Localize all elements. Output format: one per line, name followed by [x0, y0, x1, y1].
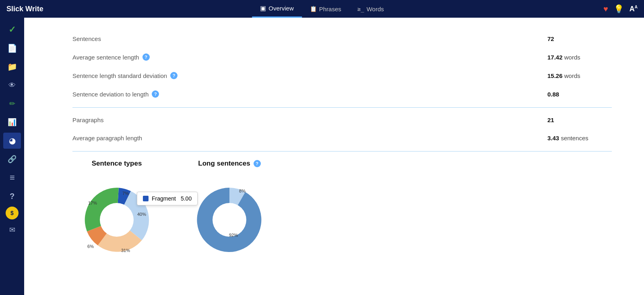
long-sentences-help-icon[interactable]: ?	[254, 160, 261, 167]
compound-label: 17%	[88, 201, 97, 205]
tooltip-color-swatch	[143, 196, 149, 201]
sidebar-item-dollar[interactable]: $	[6, 207, 19, 219]
std-dev-value: 15.26 words	[547, 72, 612, 79]
sidebar-item-link[interactable]: 🔗	[3, 151, 21, 167]
paragraphs-label: Paragraphs	[72, 117, 104, 123]
dev-ratio-value: 0.88	[547, 91, 612, 98]
paragraph-stats-section: Paragraphs 21 Average paragraph length 3…	[72, 111, 612, 147]
sidebar-item-eye[interactable]: 👁	[3, 77, 21, 93]
font-size-icon[interactable]: AA	[630, 5, 638, 13]
sidebar-item-chart-bar[interactable]: 📊	[3, 114, 21, 130]
dev-ratio-label: Sentence deviation to length ?	[72, 90, 159, 98]
tooltip-value: 5.00	[181, 195, 192, 202]
sidebar-item-list[interactable]: ≡	[3, 170, 21, 186]
sentences-value: 72	[547, 35, 612, 42]
long-sentences-chart: Long sentences ? 8% 92%	[185, 160, 274, 264]
phrases-tab-icon: 📋	[310, 6, 317, 12]
long-sentences-title: Long sentences ?	[198, 160, 260, 168]
avg-sentence-label: Average sentence length ?	[72, 53, 150, 61]
words-tab-label: Words	[367, 6, 384, 12]
top-nav: Slick Write ▣ Overview 📋 Phrases ≥_ Word…	[0, 0, 644, 18]
avg-sentence-help-icon[interactable]: ?	[142, 53, 150, 61]
long-donut-hole	[213, 203, 246, 237]
sentence-types-title: Sentence types	[92, 160, 142, 168]
avg-sentence-value: 17.42 words	[547, 54, 612, 61]
paragraphs-value: 21	[547, 117, 612, 123]
stat-row-paragraphs: Paragraphs 21	[72, 111, 612, 129]
std-dev-label: Sentence length standard deviation ?	[72, 72, 178, 79]
sentence-types-chart-wrapper: 7% 40% 31% 6% 17% Fragment 5.00	[72, 176, 161, 266]
avg-para-value: 3.43 sentences	[547, 135, 612, 141]
section-divider-2	[72, 151, 612, 152]
main-layout: ✓ 📄 📁 👁 ✏ 📊 ◕ 🔗 ≡ ? $ ✉ Sentences 72 Ave…	[0, 18, 644, 295]
sidebar-item-pencil[interactable]: ✏	[3, 96, 21, 112]
heart-icon[interactable]: ♥	[603, 4, 608, 14]
dev-ratio-help-icon[interactable]: ?	[152, 90, 159, 98]
nav-right-icons: ♥ 💡 AA	[603, 4, 638, 14]
stat-row-std-dev: Sentence length standard deviation ? 15.…	[72, 66, 612, 85]
stat-row-avg-sentence: Average sentence length ? 17.42 words	[72, 48, 612, 66]
sidebar-item-pie-chart[interactable]: ◕	[3, 133, 21, 149]
tab-phrases[interactable]: 📋 Phrases	[302, 0, 349, 18]
overview-tab-label: Overview	[268, 5, 294, 12]
nav-tabs: ▣ Overview 📋 Phrases ≥_ Words	[252, 0, 392, 18]
section-divider-1	[72, 107, 612, 108]
phrases-tab-label: Phrases	[319, 6, 341, 12]
sentence-types-donut: 7% 40% 31% 6% 17%	[72, 176, 161, 264]
sidebar-item-check[interactable]: ✓	[3, 22, 21, 38]
sentence-stats-section: Sentences 72 Average sentence length ? 1…	[72, 30, 612, 103]
stat-row-avg-para: Average paragraph length 3.43 sentences	[72, 129, 612, 147]
bulb-icon[interactable]: 💡	[614, 4, 624, 14]
sentence-types-chart: Sentence types	[72, 160, 161, 266]
sidebar-item-file[interactable]: 📄	[3, 40, 21, 56]
sidebar: ✓ 📄 📁 👁 ✏ 📊 ◕ 🔗 ≡ ? $ ✉	[0, 18, 24, 295]
sidebar-item-mail[interactable]: ✉	[3, 222, 21, 238]
sidebar-item-folder[interactable]: 📁	[3, 59, 21, 75]
tooltip-label: Fragment	[152, 195, 176, 202]
content-area: Sentences 72 Average sentence length ? 1…	[24, 18, 644, 295]
overview-tab-icon: ▣	[260, 4, 266, 12]
long-pct-label: 92%	[229, 233, 238, 238]
donut-hole	[100, 203, 134, 237]
sidebar-item-help[interactable]: ?	[3, 188, 21, 204]
tab-overview[interactable]: ▣ Overview	[252, 0, 302, 18]
words-tab-icon: ≥_	[357, 6, 364, 12]
simple-label: 40%	[137, 212, 146, 217]
complex-label: 31%	[121, 248, 130, 253]
charts-area: Sentence types	[72, 160, 612, 266]
std-dev-help-icon[interactable]: ?	[170, 72, 178, 79]
brand-name: Slick Write	[6, 5, 43, 13]
tab-words[interactable]: ≥_ Words	[349, 0, 392, 18]
other-label: 6%	[87, 244, 94, 249]
short-pct-label: 8%	[239, 188, 246, 193]
stat-row-dev-ratio: Sentence deviation to length ? 0.88	[72, 85, 612, 103]
long-sentences-donut: 8% 92%	[185, 176, 274, 264]
stat-row-sentences: Sentences 72	[72, 30, 612, 48]
fragment-tooltip: Fragment 5.00	[137, 192, 198, 205]
fragment-label: 7%	[122, 191, 129, 196]
avg-para-label: Average paragraph length	[72, 135, 142, 141]
sentences-label: Sentences	[72, 35, 101, 42]
